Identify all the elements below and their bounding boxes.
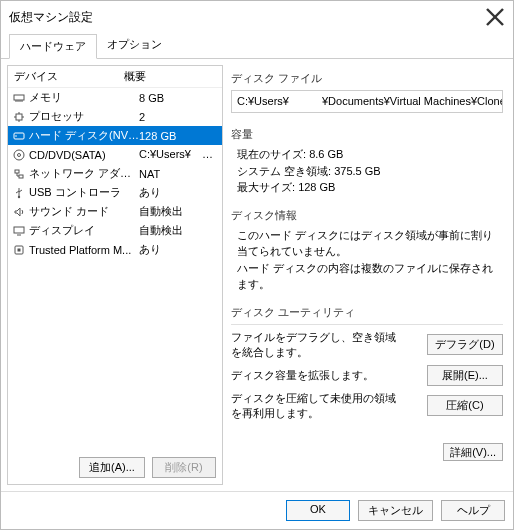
capacity-label: 容量 (231, 127, 503, 142)
compact-text: ディスクを圧縮して未使用の領域を再利用します。 (231, 391, 396, 421)
device-row[interactable]: CD/DVD(SATA)C:¥Users¥ ¥Downloads¥cl... (8, 145, 222, 164)
header-device: デバイス (14, 69, 124, 84)
cd-icon (12, 148, 26, 162)
close-icon[interactable] (485, 7, 505, 27)
detail-panel: ディスク ファイル C:¥Users¥ ¥Documents¥Virtual M… (231, 65, 507, 485)
device-name: プロセッサ (29, 109, 139, 124)
ok-button[interactable]: OK (286, 500, 350, 521)
disk-info-line1: このハード ディスクにはディスク領域が事前に割り当てられていません。 (237, 227, 503, 260)
svg-point-15 (18, 153, 21, 156)
device-summary: NAT (139, 168, 218, 180)
svg-rect-16 (15, 170, 19, 173)
memory-icon (12, 91, 26, 105)
expand-text: ディスク容量を拡張します。 (231, 368, 374, 383)
detail-row: 詳細(V)... (231, 445, 503, 460)
expand-button[interactable]: 展開(E)... (427, 365, 503, 386)
disk-file-field[interactable]: C:¥Users¥ ¥Documents¥Virtual Machines¥Cl… (231, 90, 503, 113)
capacity-current: 現在のサイズ: 8.6 GB (237, 146, 503, 163)
tab-hardware[interactable]: ハードウェア (9, 34, 97, 59)
cancel-button[interactable]: キャンセル (358, 500, 433, 521)
disk-file-label: ディスク ファイル (231, 71, 503, 86)
svg-rect-2 (14, 95, 24, 100)
compact-button[interactable]: 圧縮(C) (427, 395, 503, 416)
device-name: ハード ディスク(NVMe) (29, 128, 139, 143)
defrag-button[interactable]: デフラグ(D) (427, 334, 503, 355)
help-button[interactable]: ヘルプ (441, 500, 505, 521)
device-summary: あり (139, 185, 218, 200)
tpm-icon (12, 243, 26, 257)
device-list: メモリ8 GBプロセッサ2ハード ディスク(NVMe)128 GBCD/DVD(… (8, 88, 222, 451)
usb-icon (12, 186, 26, 200)
device-name: USB コントローラ (29, 185, 139, 200)
device-name: CD/DVD(SATA) (29, 149, 139, 161)
device-name: ディスプレイ (29, 223, 139, 238)
device-list-header: デバイス 概要 (8, 66, 222, 88)
tab-options[interactable]: オプション (97, 33, 172, 58)
tab-label: オプション (107, 38, 162, 50)
remove-button: 削除(R) (152, 457, 216, 478)
device-summary: 2 (139, 111, 218, 123)
compact-row: ディスクを圧縮して未使用の領域を再利用します。 圧縮(C) (231, 391, 503, 421)
device-summary: 8 GB (139, 92, 218, 104)
dialog-footer: OK キャンセル ヘルプ (1, 491, 513, 529)
disk-info-line2: ハード ディスクの内容は複数のファイルに保存されます。 (237, 260, 503, 293)
header-summary: 概要 (124, 69, 146, 84)
device-row[interactable]: メモリ8 GB (8, 88, 222, 107)
svg-rect-19 (14, 227, 24, 233)
svg-point-18 (18, 195, 20, 197)
add-button[interactable]: 追加(A)... (79, 457, 145, 478)
device-row[interactable]: サウンド カード自動検出 (8, 202, 222, 221)
device-row[interactable]: ハード ディスク(NVMe)128 GB (8, 126, 222, 145)
vm-settings-window: 仮想マシン設定 ハードウェア オプション デバイス 概要 メモリ8 GBプロセッ… (0, 0, 514, 530)
device-name: ネットワーク アダプタ (29, 166, 139, 181)
tab-label: ハードウェア (20, 40, 86, 52)
svg-rect-22 (18, 248, 21, 251)
svg-rect-7 (16, 114, 22, 120)
svg-point-13 (15, 135, 17, 137)
svg-rect-17 (19, 175, 23, 178)
sound-icon (12, 205, 26, 219)
device-summary: 自動検出 (139, 204, 218, 219)
device-row[interactable]: Trusted Platform M...あり (8, 240, 222, 259)
device-summary: 128 GB (139, 130, 218, 142)
svg-point-14 (14, 150, 24, 160)
device-row[interactable]: ネットワーク アダプタNAT (8, 164, 222, 183)
detail-button[interactable]: 詳細(V)... (443, 443, 503, 461)
defrag-text: ファイルをデフラグし、空き領域を統合します。 (231, 330, 396, 360)
device-name: メモリ (29, 90, 139, 105)
tab-bar: ハードウェア オプション (1, 33, 513, 59)
device-row[interactable]: プロセッサ2 (8, 107, 222, 126)
capacity-max: 最大サイズ: 128 GB (237, 179, 503, 196)
device-buttons: 追加(A)... 削除(R) (8, 451, 222, 484)
device-summary: 自動検出 (139, 223, 218, 238)
capacity-free: システム 空き領域: 375.5 GB (237, 163, 503, 180)
separator (231, 324, 503, 325)
device-name: サウンド カード (29, 204, 139, 219)
device-row[interactable]: USB コントローラあり (8, 183, 222, 202)
net-icon (12, 167, 26, 181)
window-title: 仮想マシン設定 (9, 9, 93, 26)
cpu-icon (12, 110, 26, 124)
device-summary: あり (139, 242, 218, 257)
disk-utility-label: ディスク ユーティリティ (231, 305, 503, 320)
disk-info-label: ディスク情報 (231, 208, 503, 223)
expand-row: ディスク容量を拡張します。 展開(E)... (231, 365, 503, 386)
titlebar: 仮想マシン設定 (1, 1, 513, 33)
defrag-row: ファイルをデフラグし、空き領域を統合します。 デフラグ(D) (231, 330, 503, 360)
device-row[interactable]: ディスプレイ自動検出 (8, 221, 222, 240)
hdd-icon (12, 129, 26, 143)
device-summary: C:¥Users¥ ¥Downloads¥cl... (139, 147, 218, 162)
display-icon (12, 224, 26, 238)
device-name: Trusted Platform M... (29, 244, 139, 256)
device-panel: デバイス 概要 メモリ8 GBプロセッサ2ハード ディスク(NVMe)128 G… (7, 65, 223, 485)
